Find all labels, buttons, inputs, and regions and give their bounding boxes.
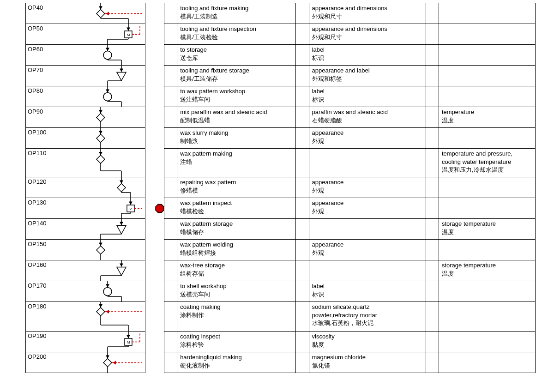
col-param: [439, 352, 535, 373]
svg-text:M: M: [127, 340, 130, 344]
svg-point-20: [103, 51, 112, 60]
svg-marker-10: [126, 28, 130, 31]
flow-diagram-cell: [50, 128, 145, 148]
col-blank-4: [426, 107, 439, 128]
col-blank-1: [164, 66, 177, 86]
col-blank-4: [426, 149, 439, 177]
svg-marker-98: [126, 335, 130, 338]
col-blank-3: [413, 3, 426, 24]
op-id: OP40: [26, 3, 50, 12]
op-flow-column: OP40OP50MOP60OP70OP80OP90OP100OP110OP120…: [25, 3, 145, 373]
col-description: coating making涂料制作: [177, 302, 296, 332]
col-check: label标识: [309, 281, 413, 302]
flow-diagram-cell: V: [50, 198, 145, 218]
table-row: coating making涂料制作sodium silicate,quartz…: [164, 302, 536, 332]
flow-diagram-cell: [50, 45, 145, 65]
col-description: mix paraffin wax and stearic acid配制低温蜡: [177, 107, 296, 128]
col-blank-4: [426, 260, 439, 281]
svg-marker-68: [117, 226, 126, 234]
op-id: OP140: [26, 219, 50, 228]
col-blank-3: [413, 128, 426, 149]
col-blank-2: [296, 352, 309, 373]
col-check: appearance外观: [309, 128, 413, 149]
table-row: wax-tree storage组树存储storage temperature温…: [164, 260, 536, 281]
col-blank-1: [164, 198, 177, 219]
col-description: wax pattern making注蜡: [177, 149, 296, 177]
col-check: appearance外观: [309, 198, 413, 219]
op-row: OP40: [26, 3, 145, 24]
col-param: storage temperature温度: [439, 219, 535, 240]
col-check: sodium silicate,quartz powder,refractory…: [309, 302, 413, 332]
col-blank-3: [413, 149, 426, 177]
col-blank-4: [426, 352, 439, 373]
flow-diagram-cell: [50, 107, 145, 127]
col-check: magnesium chloride氯化镁: [309, 352, 413, 373]
col-param: [439, 302, 535, 332]
col-description: wax pattern inspect蜡模检验: [177, 198, 296, 219]
col-blank-2: [296, 66, 309, 86]
col-param: [439, 198, 535, 219]
op-row: OP50M: [26, 24, 145, 45]
svg-marker-46: [96, 155, 105, 163]
col-blank-2: [296, 107, 309, 128]
col-blank-3: [413, 66, 426, 86]
col-blank-3: [413, 302, 426, 332]
col-blank-1: [164, 281, 177, 302]
svg-marker-62: [156, 205, 164, 213]
col-blank-2: [296, 128, 309, 149]
op-id: OP170: [26, 281, 50, 290]
table-row: mix paraffin wax and stearic acid配制低温蜡pa…: [164, 107, 536, 128]
col-param: [439, 240, 535, 260]
flow-diagram-cell: [50, 219, 145, 239]
col-blank-4: [426, 198, 439, 219]
col-blank-1: [164, 24, 177, 45]
op-row: OP170: [26, 281, 145, 302]
flow-diagram-cell: M: [50, 332, 145, 352]
col-description: tooling and fixture making模具/工装制造: [177, 3, 296, 24]
col-param: [439, 66, 535, 86]
col-param: [439, 332, 535, 352]
col-blank-1: [164, 302, 177, 332]
table-row: tooling and fixture making模具/工装制造appeara…: [164, 3, 536, 24]
table-row: repairing wax pattern修蜡模appearance外观: [164, 177, 536, 198]
col-description: wax pattern welding蜡模组树焊接: [177, 240, 296, 260]
op-row: OP70: [26, 66, 145, 86]
svg-marker-19: [106, 48, 109, 51]
op-row: OP190M: [26, 332, 145, 352]
col-blank-4: [426, 281, 439, 302]
col-check: [309, 260, 413, 281]
svg-marker-31: [106, 90, 109, 93]
col-blank-4: [426, 302, 439, 332]
flow-diagram-cell: [50, 86, 145, 107]
col-blank-2: [296, 260, 309, 281]
table-row: wax pattern storage蜡模储存storage temperatu…: [164, 219, 536, 240]
col-blank-2: [296, 3, 309, 24]
col-blank-1: [164, 128, 177, 149]
col-param: [439, 45, 535, 66]
op-id: OP100: [26, 128, 50, 137]
svg-marker-77: [120, 264, 123, 267]
svg-marker-110: [113, 361, 116, 365]
table-row: wax pattern inspect蜡模检验appearance外观: [164, 198, 536, 219]
col-blank-3: [413, 281, 426, 302]
col-check: viscosity黏度: [309, 332, 413, 352]
flow-diagram-cell: [50, 302, 145, 331]
op-row: OP150: [26, 240, 145, 260]
col-check: appearance and dimensions外观和尺寸: [309, 3, 413, 24]
col-blank-4: [426, 219, 439, 240]
table-row: tooling and fixture storage模具/工装储存appear…: [164, 66, 536, 86]
col-check: appearance外观: [309, 240, 413, 260]
svg-marker-42: [96, 134, 105, 143]
col-blank-4: [426, 240, 439, 260]
flow-diagram-cell: [50, 352, 145, 373]
col-param: [439, 3, 535, 24]
op-id: OP130: [26, 198, 50, 207]
col-param: temperature温度: [439, 107, 535, 128]
svg-text:M: M: [127, 33, 130, 37]
svg-marker-108: [103, 359, 112, 367]
col-check: paraffin wax and stearic acid石蜡硬脂酸: [309, 107, 413, 128]
col-blank-1: [164, 177, 177, 198]
svg-point-32: [103, 93, 112, 101]
process-table: tooling and fixture making模具/工装制造appeara…: [164, 3, 536, 373]
op-id: OP80: [26, 86, 50, 95]
